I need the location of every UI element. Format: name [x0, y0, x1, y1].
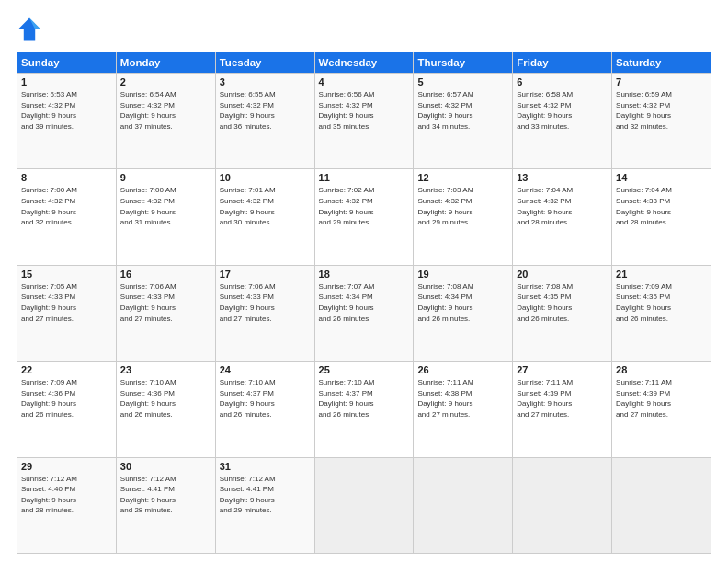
day-number: 27: [517, 364, 608, 375]
col-header-saturday: Saturday: [612, 52, 711, 74]
calendar-cell: 16Sunrise: 7:06 AM Sunset: 4:33 PM Dayli…: [116, 265, 215, 361]
day-number: 19: [417, 269, 508, 280]
day-info: Sunrise: 7:01 AM Sunset: 4:32 PM Dayligh…: [220, 185, 311, 227]
day-info: Sunrise: 7:07 AM Sunset: 4:34 PM Dayligh…: [319, 282, 410, 324]
day-number: 12: [417, 172, 508, 183]
col-header-thursday: Thursday: [414, 52, 513, 74]
day-number: 4: [319, 76, 410, 87]
day-number: 23: [120, 364, 211, 375]
day-number: 15: [21, 269, 112, 280]
calendar: SundayMondayTuesdayWednesdayThursdayFrid…: [17, 52, 711, 554]
header: [17, 17, 711, 42]
day-info: Sunrise: 7:09 AM Sunset: 4:35 PM Dayligh…: [616, 282, 707, 324]
day-number: 13: [517, 172, 608, 183]
day-number: 17: [220, 269, 311, 280]
calendar-cell: 4Sunrise: 6:56 AM Sunset: 4:32 PM Daylig…: [314, 74, 414, 169]
day-number: 7: [616, 76, 707, 87]
calendar-cell: 21Sunrise: 7:09 AM Sunset: 4:35 PM Dayli…: [612, 265, 711, 361]
calendar-cell: 12Sunrise: 7:03 AM Sunset: 4:32 PM Dayli…: [414, 169, 513, 265]
col-header-friday: Friday: [513, 52, 612, 74]
day-number: 26: [417, 364, 508, 375]
calendar-cell: 8Sunrise: 7:00 AM Sunset: 4:32 PM Daylig…: [17, 169, 117, 265]
day-number: 16: [120, 269, 211, 280]
day-number: 29: [21, 461, 112, 472]
day-info: Sunrise: 7:08 AM Sunset: 4:35 PM Dayligh…: [517, 282, 608, 324]
day-info: Sunrise: 7:12 AM Sunset: 4:41 PM Dayligh…: [120, 474, 211, 516]
day-number: 14: [616, 172, 707, 183]
day-info: Sunrise: 7:04 AM Sunset: 4:33 PM Dayligh…: [616, 185, 707, 227]
calendar-cell: 7Sunrise: 6:59 AM Sunset: 4:32 PM Daylig…: [612, 74, 711, 169]
day-info: Sunrise: 7:11 AM Sunset: 4:39 PM Dayligh…: [616, 377, 707, 419]
day-info: Sunrise: 6:54 AM Sunset: 4:32 PM Dayligh…: [120, 89, 211, 132]
day-info: Sunrise: 7:00 AM Sunset: 4:32 PM Dayligh…: [21, 185, 112, 227]
day-info: Sunrise: 6:53 AM Sunset: 4:32 PM Dayligh…: [21, 89, 112, 132]
calendar-cell: 20Sunrise: 7:08 AM Sunset: 4:35 PM Dayli…: [513, 265, 612, 361]
calendar-week-5: 29Sunrise: 7:12 AM Sunset: 4:40 PM Dayli…: [17, 457, 711, 553]
day-number: 2: [120, 76, 211, 87]
day-info: Sunrise: 7:06 AM Sunset: 4:33 PM Dayligh…: [120, 282, 211, 324]
day-number: 1: [21, 76, 112, 87]
day-number: 30: [120, 461, 211, 472]
calendar-cell: 9Sunrise: 7:00 AM Sunset: 4:32 PM Daylig…: [116, 169, 215, 265]
calendar-cell: 29Sunrise: 7:12 AM Sunset: 4:40 PM Dayli…: [17, 457, 117, 553]
day-number: 31: [220, 461, 311, 472]
calendar-cell: [414, 457, 513, 553]
calendar-cell: 26Sunrise: 7:11 AM Sunset: 4:38 PM Dayli…: [414, 362, 513, 457]
day-number: 10: [220, 172, 311, 183]
day-info: Sunrise: 6:56 AM Sunset: 4:32 PM Dayligh…: [319, 89, 410, 132]
calendar-week-2: 8Sunrise: 7:00 AM Sunset: 4:32 PM Daylig…: [17, 169, 711, 265]
day-info: Sunrise: 6:57 AM Sunset: 4:32 PM Dayligh…: [417, 89, 508, 132]
calendar-cell: 5Sunrise: 6:57 AM Sunset: 4:32 PM Daylig…: [414, 74, 513, 169]
day-info: Sunrise: 7:00 AM Sunset: 4:32 PM Dayligh…: [120, 185, 211, 227]
day-info: Sunrise: 6:55 AM Sunset: 4:32 PM Dayligh…: [220, 89, 311, 132]
day-number: 5: [417, 76, 508, 87]
day-info: Sunrise: 7:06 AM Sunset: 4:33 PM Dayligh…: [220, 282, 311, 324]
calendar-cell: 11Sunrise: 7:02 AM Sunset: 4:32 PM Dayli…: [314, 169, 414, 265]
calendar-cell: 15Sunrise: 7:05 AM Sunset: 4:33 PM Dayli…: [17, 265, 117, 361]
day-info: Sunrise: 7:10 AM Sunset: 4:37 PM Dayligh…: [220, 377, 311, 419]
day-number: 24: [220, 364, 311, 375]
day-number: 18: [319, 269, 410, 280]
col-header-tuesday: Tuesday: [215, 52, 314, 74]
day-info: Sunrise: 6:58 AM Sunset: 4:32 PM Dayligh…: [517, 89, 608, 132]
day-info: Sunrise: 7:09 AM Sunset: 4:36 PM Dayligh…: [21, 377, 112, 419]
day-number: 8: [21, 172, 112, 183]
calendar-cell: 19Sunrise: 7:08 AM Sunset: 4:34 PM Dayli…: [414, 265, 513, 361]
day-number: 3: [220, 76, 311, 87]
day-number: 25: [319, 364, 410, 375]
calendar-cell: 17Sunrise: 7:06 AM Sunset: 4:33 PM Dayli…: [215, 265, 314, 361]
calendar-cell: 3Sunrise: 6:55 AM Sunset: 4:32 PM Daylig…: [215, 74, 314, 169]
calendar-cell: 6Sunrise: 6:58 AM Sunset: 4:32 PM Daylig…: [513, 74, 612, 169]
day-info: Sunrise: 7:12 AM Sunset: 4:41 PM Dayligh…: [220, 474, 311, 516]
day-number: 9: [120, 172, 211, 183]
day-number: 6: [517, 76, 608, 87]
logo: [17, 17, 46, 42]
calendar-cell: 28Sunrise: 7:11 AM Sunset: 4:39 PM Dayli…: [612, 362, 711, 457]
calendar-header-row: SundayMondayTuesdayWednesdayThursdayFrid…: [17, 52, 711, 74]
day-number: 20: [517, 269, 608, 280]
calendar-cell: 2Sunrise: 6:54 AM Sunset: 4:32 PM Daylig…: [116, 74, 215, 169]
calendar-cell: 10Sunrise: 7:01 AM Sunset: 4:32 PM Dayli…: [215, 169, 314, 265]
day-info: Sunrise: 7:03 AM Sunset: 4:32 PM Dayligh…: [417, 185, 508, 227]
day-info: Sunrise: 6:59 AM Sunset: 4:32 PM Dayligh…: [616, 89, 707, 132]
calendar-cell: [314, 457, 414, 553]
calendar-cell: [612, 457, 711, 553]
calendar-cell: 23Sunrise: 7:10 AM Sunset: 4:36 PM Dayli…: [116, 362, 215, 457]
col-header-sunday: Sunday: [17, 52, 117, 74]
logo-icon: [17, 17, 42, 42]
col-header-wednesday: Wednesday: [314, 52, 414, 74]
calendar-week-4: 22Sunrise: 7:09 AM Sunset: 4:36 PM Dayli…: [17, 362, 711, 457]
calendar-cell: 14Sunrise: 7:04 AM Sunset: 4:33 PM Dayli…: [612, 169, 711, 265]
calendar-cell: 25Sunrise: 7:10 AM Sunset: 4:37 PM Dayli…: [314, 362, 414, 457]
day-info: Sunrise: 7:04 AM Sunset: 4:32 PM Dayligh…: [517, 185, 608, 227]
calendar-cell: 27Sunrise: 7:11 AM Sunset: 4:39 PM Dayli…: [513, 362, 612, 457]
calendar-cell: 13Sunrise: 7:04 AM Sunset: 4:32 PM Dayli…: [513, 169, 612, 265]
calendar-cell: 31Sunrise: 7:12 AM Sunset: 4:41 PM Dayli…: [215, 457, 314, 553]
day-info: Sunrise: 7:10 AM Sunset: 4:37 PM Dayligh…: [319, 377, 410, 419]
day-number: 22: [21, 364, 112, 375]
day-info: Sunrise: 7:05 AM Sunset: 4:33 PM Dayligh…: [21, 282, 112, 324]
col-header-monday: Monday: [116, 52, 215, 74]
calendar-cell: [513, 457, 612, 553]
calendar-cell: 22Sunrise: 7:09 AM Sunset: 4:36 PM Dayli…: [17, 362, 117, 457]
day-info: Sunrise: 7:12 AM Sunset: 4:40 PM Dayligh…: [21, 474, 112, 516]
